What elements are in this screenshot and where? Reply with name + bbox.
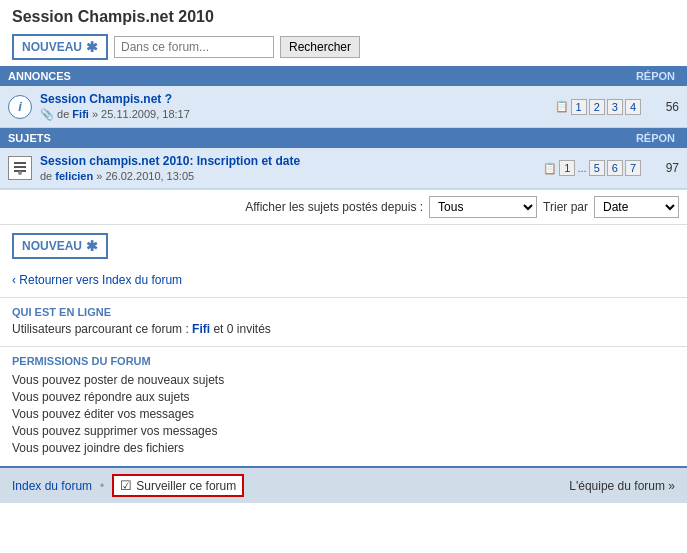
footer-watch-button[interactable]: ☑ Surveiller ce forum	[112, 474, 244, 497]
equipe-separator: »	[668, 479, 675, 493]
annonce-title[interactable]: Session Champis.net ?	[40, 92, 172, 106]
perm-bold-3: pouvez	[42, 407, 81, 421]
asterisk-icon: ✱	[86, 39, 98, 55]
annonce-content: Session Champis.net ? 📎 de Fifi » 25.11.…	[40, 92, 547, 121]
perm-bold-2: pouvez	[42, 390, 81, 404]
annonce-page-1[interactable]: 1	[571, 99, 587, 115]
nouveau-button-top[interactable]: NOUVEAU ✱	[12, 34, 108, 60]
ellipsis: ...	[577, 162, 586, 174]
sujet-pages-icon: 📋	[543, 162, 557, 175]
trier-label: Trier par	[543, 200, 588, 214]
asterisk-bottom-icon: ✱	[86, 238, 98, 254]
perm-bold-1: pouvez	[42, 373, 81, 387]
online-info: Utilisateurs parcourant ce forum : Fifi …	[12, 322, 675, 336]
nouveau-label: NOUVEAU	[22, 40, 82, 54]
sujets-section-header: SUJETS RÉPON	[0, 128, 687, 148]
annonce-page-2[interactable]: 2	[589, 99, 605, 115]
annonces-label: ANNONCES	[8, 70, 71, 82]
checkmark-icon: ☑	[120, 478, 132, 493]
annonce-row: i Session Champis.net ? 📎 de Fifi » 25.1…	[0, 86, 687, 128]
footer-watch-label: Surveiller ce forum	[136, 479, 236, 493]
perm-line-2: Vous pouvez répondre aux sujets	[12, 390, 675, 404]
filter-bar: Afficher les sujets postés depuis : Tous…	[0, 189, 687, 225]
attach-icon: 📎	[40, 108, 54, 120]
page-header: Session Champis.net 2010 NOUVEAU ✱ Reche…	[0, 0, 687, 66]
sujet-page-1[interactable]: 1	[559, 160, 575, 176]
annonces-section-header: ANNONCES RÉPON	[0, 66, 687, 86]
sujet-title[interactable]: Session champis.net 2010: Inscription et…	[40, 154, 300, 168]
online-section: QUI EST EN LIGNE Utilisateurs parcourant…	[0, 297, 687, 346]
bottom-toolbar: NOUVEAU ✱	[0, 225, 687, 267]
perm-bold-4: pouvez	[42, 424, 81, 438]
sujet-content: Session champis.net 2010: Inscription et…	[40, 154, 535, 182]
trier-select[interactable]: Date Sujet Auteur Réponses Vus	[594, 196, 679, 218]
online-prefix: Utilisateurs parcourant ce forum :	[12, 322, 189, 336]
permissions-section: PERMISSIONS DU FORUM Vous pouvez poster …	[0, 346, 687, 466]
perm-line-5: Vous pouvez joindre des fichiers	[12, 441, 675, 455]
footer-right: L'équipe du forum »	[569, 479, 675, 493]
back-link-section: Retourner vers Index du forum	[0, 267, 687, 297]
back-link[interactable]: Retourner vers Index du forum	[12, 273, 182, 287]
afficher-label: Afficher les sujets postés depuis :	[245, 200, 423, 214]
svg-rect-1	[14, 166, 26, 168]
online-suffix: et 0 invités	[213, 322, 270, 336]
page-footer: Index du forum • ☑ Surveiller ce forum L…	[0, 466, 687, 503]
topic-icon-info: i	[8, 95, 32, 119]
sujet-pages: 📋 1 ... 5 6 7	[543, 160, 641, 176]
afficher-select[interactable]: Tous Aujourd'hui Hier Cette semaine Ce m…	[429, 196, 537, 218]
sujet-page-6[interactable]: 6	[607, 160, 623, 176]
annonce-replies: 56	[649, 100, 679, 114]
sujets-label: SUJETS	[8, 132, 51, 144]
nouveau-bottom-label: NOUVEAU	[22, 239, 82, 253]
sujet-date: » 26.02.2010, 13:05	[96, 170, 194, 182]
annonce-page-4[interactable]: 4	[625, 99, 641, 115]
perm-line-4: Vous pouvez supprimer vos messages	[12, 424, 675, 438]
topic-icon-list	[8, 156, 32, 180]
sujet-meta: de felicien » 26.02.2010, 13:05	[40, 170, 535, 182]
annonce-page-3[interactable]: 3	[607, 99, 623, 115]
nouveau-button-bottom[interactable]: NOUVEAU ✱	[12, 233, 108, 259]
search-input[interactable]	[114, 36, 274, 58]
permissions-title: PERMISSIONS DU FORUM	[12, 355, 675, 367]
sujets-repon-label: RÉPON	[636, 132, 679, 144]
online-user: Fifi	[192, 322, 210, 336]
footer-divider: •	[100, 479, 104, 493]
online-title: QUI EST EN LIGNE	[12, 306, 675, 318]
equipe-prefix: L'équipe du forum	[569, 479, 668, 493]
annonce-pages: 📋 1 2 3 4	[555, 99, 642, 115]
perm-line-3: Vous pouvez éditer vos messages	[12, 407, 675, 421]
perm-line-1: Vous pouvez poster de nouveaux sujets	[12, 373, 675, 387]
sujet-page-7[interactable]: 7	[625, 160, 641, 176]
annonce-date: » 25.11.2009, 18:17	[92, 108, 190, 120]
sujet-author: felicien	[55, 170, 93, 182]
footer-index-link[interactable]: Index du forum	[12, 479, 92, 493]
svg-point-3	[18, 171, 22, 175]
footer-left: Index du forum • ☑ Surveiller ce forum	[12, 474, 244, 497]
svg-rect-0	[14, 162, 26, 164]
sujet-page-5[interactable]: 5	[589, 160, 605, 176]
annonces-repon-label: RÉPON	[636, 70, 679, 82]
sujet-replies: 97	[649, 161, 679, 175]
sujet-row: Session champis.net 2010: Inscription et…	[0, 148, 687, 189]
annonce-author: Fifi	[72, 108, 89, 120]
pages-icon: 📋	[555, 100, 569, 113]
annonce-meta: 📎 de Fifi » 25.11.2009, 18:17	[40, 108, 547, 121]
page-title: Session Champis.net 2010	[12, 8, 675, 26]
toolbar: NOUVEAU ✱ Rechercher	[12, 34, 675, 60]
perm-bold-5: pouvez	[42, 441, 81, 455]
search-button[interactable]: Rechercher	[280, 36, 360, 58]
